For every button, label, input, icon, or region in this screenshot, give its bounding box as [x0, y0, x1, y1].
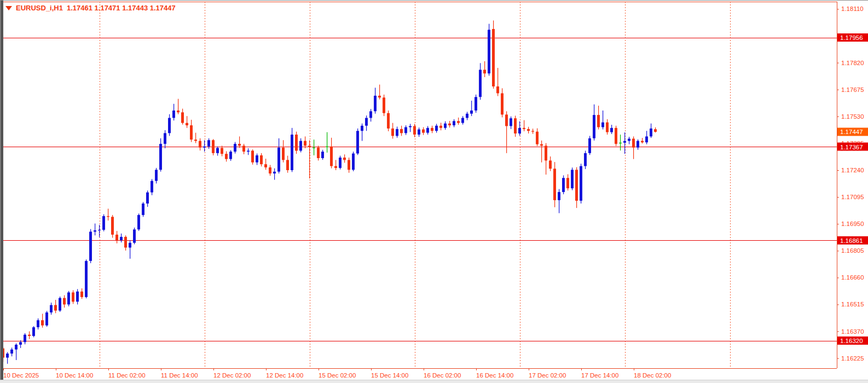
candle-wick — [314, 140, 314, 155]
candle-body — [164, 133, 166, 144]
candle-body — [172, 111, 175, 118]
candle-body — [413, 126, 416, 135]
candle-body — [63, 298, 66, 305]
candle-wick — [239, 136, 240, 148]
level-price-badge-text: 1.17956 — [840, 34, 863, 41]
candle-wick — [541, 141, 542, 163]
x-axis-label: 18 Dec 02:00 — [634, 372, 671, 379]
candle-body — [37, 320, 39, 327]
candle-body — [566, 178, 569, 188]
candle-body — [299, 141, 302, 151]
candle-body — [72, 292, 74, 301]
candle-wick — [195, 133, 196, 143]
chart-background — [0, 0, 868, 383]
candle-body — [645, 136, 648, 142]
candle-body — [159, 144, 162, 170]
x-axis-label: 11 Dec 14:00 — [161, 372, 198, 379]
candle-body — [41, 320, 44, 325]
candle-body — [304, 141, 306, 146]
candle-body — [168, 118, 171, 134]
candle-body — [466, 114, 468, 118]
candle-body — [365, 118, 368, 126]
candle-wick — [624, 132, 625, 154]
candle-body — [19, 342, 22, 345]
candle-body — [514, 118, 517, 134]
candle-body — [313, 148, 315, 148]
candle-body — [352, 154, 355, 170]
candle-body — [28, 335, 31, 336]
candle-body — [76, 292, 79, 302]
candle-body — [260, 155, 263, 164]
candle-body — [102, 216, 105, 230]
candle-body — [418, 130, 420, 135]
candle-body — [396, 129, 398, 136]
candle-body — [483, 69, 486, 73]
price-chart-canvas[interactable]: 1.181101.179651.178201.176751.175301.173… — [0, 0, 868, 383]
candle-body — [369, 111, 372, 118]
candle-body — [588, 138, 591, 153]
level-price-badge-text: 1.16861 — [840, 237, 863, 244]
candle-body — [59, 298, 61, 311]
candle-body — [632, 138, 635, 147]
candle-body — [264, 164, 267, 167]
candle-body — [45, 312, 48, 326]
candle-body — [348, 160, 350, 170]
candle-body — [444, 124, 447, 128]
candle-body — [654, 129, 657, 132]
candle-body — [129, 243, 131, 248]
candle-body — [615, 128, 617, 144]
x-axis-label: 10 Dec 14:00 — [56, 372, 93, 379]
candle-body — [286, 160, 289, 170]
candle-body — [496, 86, 499, 94]
candle-body — [540, 144, 543, 146]
candle-body — [562, 178, 565, 192]
candle-body — [536, 132, 539, 144]
candle-body — [400, 129, 403, 133]
candle-body — [549, 160, 552, 169]
candle-wick — [95, 224, 95, 236]
candle-wick — [187, 116, 187, 128]
window-left-border — [0, 0, 3, 383]
candle-body — [597, 115, 600, 127]
candle-body — [85, 261, 88, 297]
candle-body — [636, 141, 639, 148]
candle-body — [593, 115, 595, 138]
y-axis-label: 1.16515 — [841, 301, 864, 307]
candle-body — [242, 146, 245, 152]
candle-body — [431, 128, 433, 131]
candle-body — [641, 141, 644, 143]
candle-body — [580, 166, 582, 201]
y-axis-label: 1.17820 — [841, 60, 864, 66]
candle-body — [32, 327, 35, 336]
candle-body — [343, 158, 346, 160]
y-axis-label: 1.17240 — [841, 167, 864, 173]
candle-body — [199, 141, 201, 148]
candle-body — [216, 148, 219, 153]
candle-body — [378, 96, 381, 97]
candle-body — [6, 353, 9, 357]
candle-body — [545, 146, 547, 160]
candle-body — [80, 292, 83, 297]
candle-body — [50, 305, 53, 312]
y-axis-label: 1.16660 — [841, 274, 864, 281]
current-price-badge-text: 1.17447 — [840, 129, 863, 135]
candle-body — [505, 114, 508, 126]
candle-body — [623, 141, 626, 143]
candle-wick — [471, 101, 472, 116]
candle-body — [190, 125, 193, 140]
candle-body — [54, 305, 57, 310]
candle-body — [448, 124, 451, 125]
candle-body — [225, 154, 228, 159]
candle-body — [361, 126, 363, 131]
candle-body — [584, 153, 587, 166]
candle-body — [439, 126, 442, 128]
candle-body — [492, 29, 495, 86]
candle-body — [461, 118, 464, 123]
candle-body — [374, 96, 377, 111]
level-price-badge-text: 1.16320 — [840, 338, 863, 344]
candle-body — [137, 215, 140, 229]
candle-body — [120, 237, 123, 240]
candle-body — [282, 148, 285, 160]
candle-body — [628, 138, 630, 141]
candle-body — [330, 147, 333, 166]
